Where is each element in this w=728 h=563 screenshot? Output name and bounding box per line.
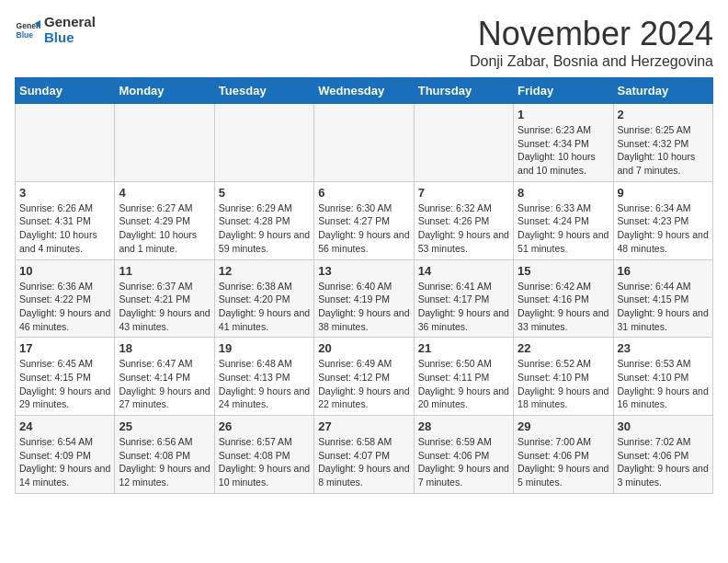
calendar-day-17: 17Sunrise: 6:45 AM Sunset: 4:15 PM Dayli… (16, 338, 115, 416)
calendar-day-6: 6Sunrise: 6:30 AM Sunset: 4:27 PM Daylig… (314, 181, 414, 259)
day-info: Sunrise: 6:59 AM Sunset: 4:06 PM Dayligh… (418, 435, 509, 489)
day-number: 26 (219, 419, 310, 433)
day-info: Sunrise: 6:38 AM Sunset: 4:20 PM Dayligh… (219, 280, 310, 334)
day-info: Sunrise: 6:41 AM Sunset: 4:17 PM Dayligh… (418, 280, 509, 334)
day-number: 17 (19, 341, 110, 355)
logo-icon: General Blue (15, 17, 40, 43)
calendar-day-16: 16Sunrise: 6:44 AM Sunset: 4:15 PM Dayli… (613, 259, 712, 338)
calendar-day-2: 2Sunrise: 6:25 AM Sunset: 4:32 PM Daylig… (613, 104, 712, 182)
svg-text:Blue: Blue (17, 29, 34, 39)
day-info: Sunrise: 6:57 AM Sunset: 4:08 PM Dayligh… (219, 435, 310, 489)
day-info: Sunrise: 7:02 AM Sunset: 4:06 PM Dayligh… (618, 435, 709, 489)
day-number: 23 (618, 341, 709, 355)
calendar-week-row: 1Sunrise: 6:23 AM Sunset: 4:34 PM Daylig… (16, 104, 713, 182)
calendar-day-26: 26Sunrise: 6:57 AM Sunset: 4:08 PM Dayli… (214, 416, 313, 494)
calendar-day-28: 28Sunrise: 6:59 AM Sunset: 4:06 PM Dayli… (414, 416, 513, 494)
weekday-header-row: SundayMondayTuesdayWednesdayThursdayFrid… (16, 78, 713, 104)
day-number: 25 (119, 419, 210, 433)
day-number: 20 (318, 341, 409, 355)
day-number: 14 (418, 264, 509, 278)
month-title: November 2024 (470, 15, 713, 53)
day-info: Sunrise: 6:25 AM Sunset: 4:32 PM Dayligh… (618, 123, 709, 178)
day-number: 2 (618, 108, 709, 121)
empty-day-cell (314, 104, 414, 182)
calendar-day-1: 1Sunrise: 6:23 AM Sunset: 4:34 PM Daylig… (514, 104, 613, 182)
day-info: Sunrise: 6:49 AM Sunset: 4:12 PM Dayligh… (318, 357, 409, 411)
calendar-day-22: 22Sunrise: 6:52 AM Sunset: 4:10 PM Dayli… (514, 338, 613, 416)
calendar-day-23: 23Sunrise: 6:53 AM Sunset: 4:10 PM Dayli… (613, 338, 712, 416)
calendar-day-9: 9Sunrise: 6:34 AM Sunset: 4:23 PM Daylig… (613, 181, 712, 259)
empty-day-cell (115, 104, 214, 182)
day-info: Sunrise: 6:32 AM Sunset: 4:26 PM Dayligh… (418, 201, 509, 256)
day-number: 8 (518, 186, 609, 200)
day-number: 10 (19, 264, 110, 278)
weekday-header-thursday: Thursday (414, 78, 513, 104)
weekday-header-wednesday: Wednesday (314, 78, 414, 104)
day-info: Sunrise: 6:34 AM Sunset: 4:23 PM Dayligh… (618, 201, 709, 256)
empty-day-cell (214, 104, 313, 182)
calendar-day-19: 19Sunrise: 6:48 AM Sunset: 4:13 PM Dayli… (214, 338, 313, 416)
calendar-day-12: 12Sunrise: 6:38 AM Sunset: 4:20 PM Dayli… (214, 259, 313, 338)
calendar-day-24: 24Sunrise: 6:54 AM Sunset: 4:09 PM Dayli… (16, 416, 115, 494)
day-number: 24 (19, 419, 110, 433)
day-number: 13 (318, 264, 409, 278)
calendar-week-row: 17Sunrise: 6:45 AM Sunset: 4:15 PM Dayli… (16, 338, 713, 416)
day-number: 5 (219, 186, 310, 200)
location-subtitle: Donji Zabar, Bosnia and Herzegovina (470, 53, 713, 70)
day-info: Sunrise: 6:33 AM Sunset: 4:24 PM Dayligh… (518, 201, 609, 256)
calendar-day-25: 25Sunrise: 6:56 AM Sunset: 4:08 PM Dayli… (115, 416, 214, 494)
calendar-day-30: 30Sunrise: 7:02 AM Sunset: 4:06 PM Dayli… (613, 416, 712, 494)
day-info: Sunrise: 6:37 AM Sunset: 4:21 PM Dayligh… (119, 280, 210, 334)
day-info: Sunrise: 6:27 AM Sunset: 4:29 PM Dayligh… (119, 201, 210, 256)
day-number: 7 (418, 186, 509, 200)
day-number: 4 (119, 186, 210, 200)
day-number: 27 (318, 419, 409, 433)
page-header: General Blue General Blue November 2024 … (15, 15, 713, 70)
calendar-day-10: 10Sunrise: 6:36 AM Sunset: 4:22 PM Dayli… (16, 259, 115, 338)
calendar-day-29: 29Sunrise: 7:00 AM Sunset: 4:06 PM Dayli… (514, 416, 613, 494)
calendar-day-20: 20Sunrise: 6:49 AM Sunset: 4:12 PM Dayli… (314, 338, 414, 416)
day-info: Sunrise: 6:42 AM Sunset: 4:16 PM Dayligh… (518, 280, 609, 334)
calendar-day-7: 7Sunrise: 6:32 AM Sunset: 4:26 PM Daylig… (414, 181, 513, 259)
day-info: Sunrise: 6:36 AM Sunset: 4:22 PM Dayligh… (19, 280, 110, 334)
day-number: 11 (119, 264, 210, 278)
calendar-week-row: 24Sunrise: 6:54 AM Sunset: 4:09 PM Dayli… (16, 416, 713, 494)
calendar-day-21: 21Sunrise: 6:50 AM Sunset: 4:11 PM Dayli… (414, 338, 513, 416)
weekday-header-tuesday: Tuesday (214, 78, 313, 104)
day-number: 28 (418, 419, 509, 433)
calendar-day-15: 15Sunrise: 6:42 AM Sunset: 4:16 PM Dayli… (514, 259, 613, 338)
day-number: 30 (618, 419, 709, 433)
day-number: 16 (618, 264, 709, 278)
day-info: Sunrise: 6:56 AM Sunset: 4:08 PM Dayligh… (119, 435, 210, 489)
day-number: 19 (219, 341, 310, 355)
calendar-day-3: 3Sunrise: 6:26 AM Sunset: 4:31 PM Daylig… (16, 181, 115, 259)
empty-day-cell (414, 104, 513, 182)
day-number: 1 (518, 108, 609, 121)
calendar-week-row: 3Sunrise: 6:26 AM Sunset: 4:31 PM Daylig… (16, 181, 713, 259)
day-number: 12 (219, 264, 310, 278)
calendar-table: SundayMondayTuesdayWednesdayThursdayFrid… (15, 77, 713, 494)
logo: General Blue General Blue (15, 15, 96, 45)
empty-day-cell (16, 104, 115, 182)
title-area: November 2024 Donji Zabar, Bosnia and He… (470, 15, 713, 70)
weekday-header-sunday: Sunday (16, 78, 115, 104)
day-info: Sunrise: 6:52 AM Sunset: 4:10 PM Dayligh… (518, 357, 609, 411)
day-number: 6 (318, 186, 409, 200)
day-info: Sunrise: 7:00 AM Sunset: 4:06 PM Dayligh… (518, 435, 609, 489)
day-number: 3 (19, 186, 110, 200)
day-info: Sunrise: 6:29 AM Sunset: 4:28 PM Dayligh… (219, 201, 310, 256)
day-number: 15 (518, 264, 609, 278)
calendar-day-18: 18Sunrise: 6:47 AM Sunset: 4:14 PM Dayli… (115, 338, 214, 416)
day-info: Sunrise: 6:30 AM Sunset: 4:27 PM Dayligh… (318, 201, 409, 256)
calendar-day-13: 13Sunrise: 6:40 AM Sunset: 4:19 PM Dayli… (314, 259, 414, 338)
calendar-day-27: 27Sunrise: 6:58 AM Sunset: 4:07 PM Dayli… (314, 416, 414, 494)
day-number: 18 (119, 341, 210, 355)
day-info: Sunrise: 6:47 AM Sunset: 4:14 PM Dayligh… (119, 357, 210, 411)
day-number: 9 (618, 186, 709, 200)
day-info: Sunrise: 6:45 AM Sunset: 4:15 PM Dayligh… (19, 357, 110, 411)
calendar-day-8: 8Sunrise: 6:33 AM Sunset: 4:24 PM Daylig… (514, 181, 613, 259)
day-info: Sunrise: 6:26 AM Sunset: 4:31 PM Dayligh… (19, 201, 110, 256)
day-number: 29 (518, 419, 609, 433)
weekday-header-monday: Monday (115, 78, 214, 104)
day-info: Sunrise: 6:40 AM Sunset: 4:19 PM Dayligh… (318, 280, 409, 334)
